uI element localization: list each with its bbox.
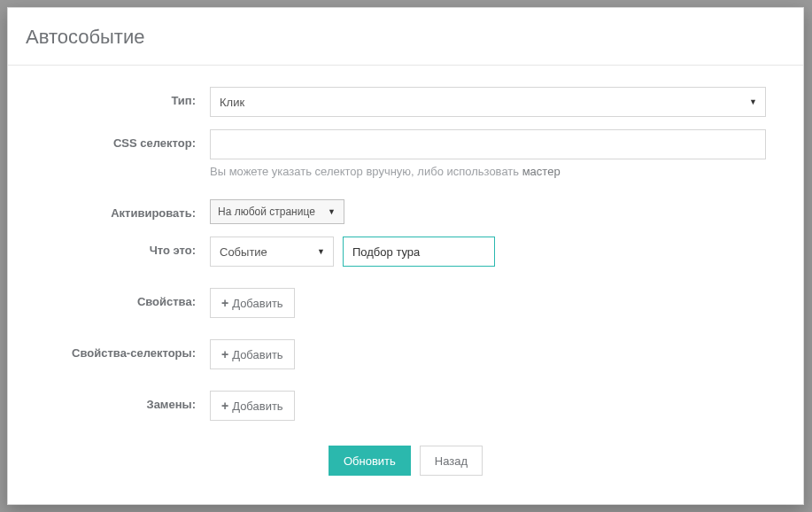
what-is-name-input[interactable] bbox=[343, 237, 495, 267]
autoevent-modal: Автособытие Тип: Клик CSS селектор: Вы м… bbox=[7, 7, 804, 505]
row-activate: Активировать: На любой странице bbox=[26, 199, 785, 224]
label-type: Тип: bbox=[26, 87, 210, 107]
what-is-kind-wrap: Событие bbox=[210, 237, 334, 267]
add-property-selector-button[interactable]: + Добавить bbox=[210, 339, 295, 369]
label-replacements: Замены: bbox=[26, 391, 210, 411]
label-property-selectors: Свойства-селекторы: bbox=[26, 339, 210, 360]
css-selector-input[interactable] bbox=[210, 129, 766, 159]
what-is-kind-select[interactable]: Событие bbox=[210, 237, 334, 267]
hint-master-link[interactable]: мастер bbox=[522, 165, 561, 178]
update-button[interactable]: Обновить bbox=[329, 446, 411, 476]
modal-body: Тип: Клик CSS селектор: Вы можете указат… bbox=[8, 66, 803, 493]
type-select-wrap: Клик bbox=[210, 87, 766, 117]
row-property-selectors: Свойства-селекторы: + Добавить bbox=[26, 339, 785, 369]
modal-title: Автособытие bbox=[26, 26, 785, 49]
row-css-selector: CSS селектор: Вы можете указать селектор… bbox=[26, 129, 785, 178]
plus-icon: + bbox=[221, 400, 228, 412]
add-replacement-label: Добавить bbox=[232, 400, 282, 413]
row-type: Тип: Клик bbox=[26, 87, 785, 117]
label-properties: Свойства: bbox=[26, 288, 210, 308]
activate-select[interactable]: На любой странице bbox=[210, 199, 344, 224]
row-replacements: Замены: + Добавить bbox=[26, 391, 785, 421]
back-button[interactable]: Назад bbox=[420, 446, 483, 476]
css-selector-hint: Вы можете указать селектор вручную, либо… bbox=[210, 165, 785, 178]
row-what-is: Что это: Событие bbox=[26, 237, 785, 267]
modal-header: Автособытие bbox=[8, 8, 803, 66]
plus-icon: + bbox=[221, 348, 228, 361]
label-what-is: Что это: bbox=[26, 237, 210, 257]
add-property-button[interactable]: + Добавить bbox=[210, 288, 295, 318]
add-property-selector-label: Добавить bbox=[232, 348, 282, 361]
add-property-label: Добавить bbox=[232, 297, 282, 310]
plus-icon: + bbox=[221, 297, 228, 309]
label-activate: Активировать: bbox=[26, 199, 210, 220]
label-css-selector: CSS селектор: bbox=[26, 129, 210, 150]
add-replacement-button[interactable]: + Добавить bbox=[210, 391, 295, 421]
hint-text: Вы можете указать селектор вручную, либо… bbox=[210, 165, 522, 178]
footer-actions: Обновить Назад bbox=[26, 446, 785, 476]
row-properties: Свойства: + Добавить bbox=[26, 288, 785, 318]
type-select[interactable]: Клик bbox=[210, 87, 766, 117]
activate-select-wrap: На любой странице bbox=[210, 199, 344, 224]
